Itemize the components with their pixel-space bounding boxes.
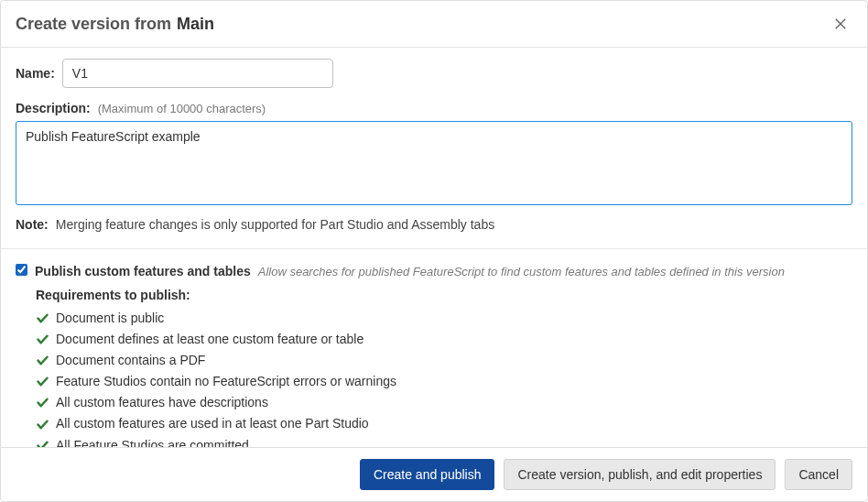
publish-checkbox-hint: Allow searches for published FeatureScri… [258,265,785,278]
dialog-body: Name: Description: (Maximum of 10000 cha… [1,48,867,447]
note-text: Merging feature changes is only supporte… [56,217,494,232]
cancel-button[interactable]: Cancel [785,459,852,490]
requirements-block: Requirements to publish: Document is pub… [36,288,852,447]
name-input[interactable] [62,59,333,88]
name-label: Name: [16,66,55,81]
check-icon [36,439,49,447]
description-textarea[interactable] [16,121,852,205]
requirement-item: All custom features have descriptions [36,392,852,413]
note-label: Note: [16,217,49,232]
divider [1,248,867,249]
create-publish-edit-button[interactable]: Create version, publish, and edit proper… [504,459,776,490]
requirement-item: All custom features are used in at least… [36,413,852,434]
publish-checkbox[interactable] [16,264,27,276]
description-label: Description: [16,101,91,115]
check-icon [36,375,49,388]
requirement-text: Document defines at least one custom fea… [56,329,363,350]
note-row: Note: Merging feature changes is only su… [16,217,852,248]
requirement-item: All Feature Studios are committed. [36,435,852,447]
requirements-list: Document is publicDocument defines at le… [36,308,852,447]
requirement-text: All Feature Studios are committed. [56,435,253,447]
requirement-text: All custom features are used in at least… [56,413,369,434]
create-version-dialog: Create version from Main Name: Descripti… [0,0,868,502]
check-icon [36,333,49,346]
check-icon [36,354,49,367]
close-icon [832,16,849,32]
create-and-publish-button[interactable]: Create and publish [360,459,495,490]
name-row: Name: [16,59,852,88]
publish-checkbox-label: Publish custom features and tables [35,264,251,278]
requirements-title: Requirements to publish: [36,288,852,302]
title-suffix: Main [177,15,214,34]
check-icon [36,311,49,325]
publish-row: Publish custom features and tables Allow… [16,262,852,278]
check-icon [36,418,49,431]
requirement-text: All custom features have descriptions [56,392,268,413]
requirement-text: Document contains a PDF [56,350,205,371]
dialog-header: Create version from Main [1,1,867,48]
dialog-footer: Create and publish Create version, publi… [1,447,867,501]
title-prefix: Create version from [16,15,171,34]
requirement-item: Document defines at least one custom fea… [36,329,852,350]
requirement-item: Document contains a PDF [36,350,852,371]
requirement-item: Feature Studios contain no FeatureScript… [36,371,852,392]
description-label-row: Description: (Maximum of 10000 character… [16,101,852,115]
requirement-text: Document is public [56,308,164,329]
requirement-item: Document is public [36,308,852,329]
check-icon [36,396,49,409]
requirement-text: Feature Studios contain no FeatureScript… [56,371,396,392]
dialog-title: Create version from Main [16,15,214,34]
close-button[interactable] [829,12,852,36]
description-hint: (Maximum of 10000 characters) [98,102,266,115]
